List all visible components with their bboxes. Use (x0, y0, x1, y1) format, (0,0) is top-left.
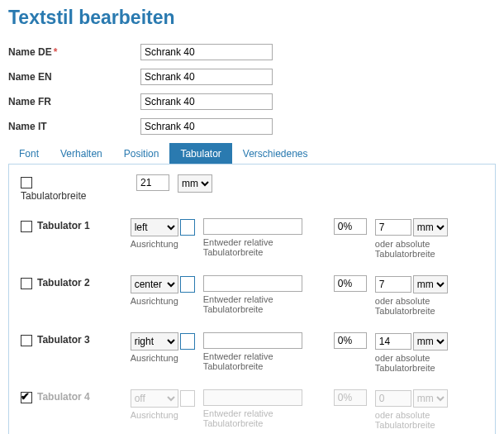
relwidth-input-2[interactable] (203, 275, 302, 292)
abs-unit-2[interactable]: mm (413, 275, 448, 293)
color-swatch-3[interactable] (180, 333, 195, 350)
label-name-en: Name EN (8, 71, 140, 83)
abs-unit-4: mm (413, 389, 448, 408)
name-it-field[interactable] (140, 118, 273, 135)
cap-abs-4: oder absolute Tabulatorbreite (375, 410, 483, 430)
abs-input-1[interactable] (375, 219, 411, 236)
label-tab-3: Tabulator 3 (37, 334, 90, 346)
name-de-field[interactable] (140, 44, 273, 60)
label-tab-width: Tabulatorbreite (21, 190, 86, 202)
checkbox-tab-2[interactable] (21, 278, 32, 289)
pct-input-3[interactable] (334, 332, 367, 349)
row-tab-2: Tabulator 2 center Ausrichtung Entweder … (21, 275, 483, 316)
tab-bar: Font Verhalten Position Tabulator Versch… (8, 143, 496, 164)
align-select-4: off (131, 389, 178, 408)
tab-width-value[interactable] (136, 174, 169, 191)
row-tab-4: Tabulator 4 off Ausrichtung Entweder rel… (21, 389, 483, 430)
checkbox-tab-width[interactable] (21, 177, 32, 188)
cap-abs-3: oder absolute Tabulatorbreite (375, 353, 483, 373)
row-tab-1: Tabulator 1 left Ausrichtung Entweder re… (21, 218, 483, 259)
align-select-3[interactable]: right (131, 332, 178, 351)
relwidth-input-1[interactable] (203, 218, 302, 235)
name-fr-field[interactable] (140, 93, 273, 110)
abs-input-3[interactable] (375, 333, 411, 350)
row-tab-3: Tabulator 3 right Ausrichtung Entweder r… (21, 332, 483, 373)
checkbox-tab-1[interactable] (21, 221, 32, 232)
label-tab-1: Tabulator 1 (37, 220, 90, 231)
label-tab-2: Tabulator 2 (37, 277, 90, 289)
tab-panel-tabulator: Tabulatorbreite mm Tabulator 1 left Ausr… (8, 164, 496, 434)
tab-width-unit[interactable]: mm (178, 174, 212, 193)
checkbox-tab-3[interactable] (21, 335, 32, 346)
tab-position[interactable]: Position (113, 143, 170, 164)
name-en-field[interactable] (140, 69, 273, 85)
abs-unit-1[interactable]: mm (413, 218, 448, 236)
row-tab-width: Tabulatorbreite mm (21, 174, 483, 202)
label-name-de: Name DE* (8, 46, 140, 58)
abs-input-2[interactable] (375, 276, 411, 293)
cap-align-2: Ausrichtung (131, 296, 195, 306)
cap-rel-4: Entweder relative Tabulatorbreite (203, 408, 326, 428)
color-swatch-2[interactable] (180, 276, 195, 293)
cap-rel-2: Entweder relative Tabulatorbreite (203, 294, 326, 314)
tab-tabulator[interactable]: Tabulator (169, 143, 231, 164)
cap-abs-2: oder absolute Tabulatorbreite (375, 296, 483, 316)
color-swatch-4 (180, 390, 195, 407)
tab-verhalten[interactable]: Verhalten (50, 143, 113, 164)
align-select-1[interactable]: left (131, 218, 178, 236)
label-name-it: Name IT (8, 121, 140, 132)
tab-verschiedenes[interactable]: Verschiedenes (232, 143, 319, 164)
pct-input-4 (334, 389, 367, 406)
abs-unit-3[interactable]: mm (413, 332, 448, 351)
relwidth-input-3[interactable] (203, 332, 302, 349)
checkbox-tab-4[interactable] (21, 392, 32, 403)
cap-align-4: Ausrichtung (131, 410, 195, 420)
abs-input-4 (375, 390, 411, 407)
relwidth-input-4 (203, 389, 302, 406)
cap-align-1: Ausrichtung (131, 239, 195, 249)
color-swatch-1[interactable] (180, 219, 195, 236)
pct-input-1[interactable] (334, 218, 367, 235)
page-title: Textstil bearbeiten (8, 7, 496, 29)
align-select-2[interactable]: center (131, 275, 178, 293)
cap-align-3: Ausrichtung (131, 353, 195, 363)
label-name-fr: Name FR (8, 96, 140, 107)
pct-input-2[interactable] (334, 275, 367, 292)
tab-font[interactable]: Font (8, 143, 50, 164)
cap-rel-3: Entweder relative Tabulatorbreite (203, 351, 326, 371)
cap-rel-1: Entweder relative Tabulatorbreite (203, 237, 326, 257)
label-tab-4: Tabulator 4 (37, 391, 90, 403)
cap-abs-1: oder absolute Tabulatorbreite (375, 239, 483, 259)
